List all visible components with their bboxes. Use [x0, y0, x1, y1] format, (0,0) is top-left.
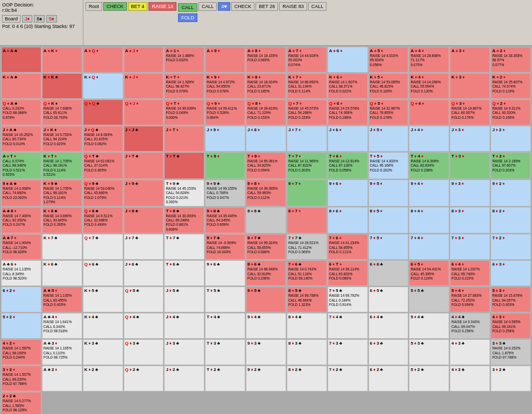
nav-root[interactable]: Root — [86, 2, 102, 11]
cell-j4x[interactable]: J♦4♦ — [409, 126, 449, 152]
cell-64x[interactable]: 6♦4♦ RAISE 14 1.037%CALL 99.740%FOLD 0.2… — [450, 260, 490, 286]
cell-t5x[interactable]: T♦5♦ RAISE 14 4.833%CALL 95.166%FOLD 0.2… — [368, 152, 409, 179]
cell-k6x[interactable]: K♦6♦ RAISE 14 1.607%CALL 98.371%FOLD 0.0… — [328, 73, 368, 99]
cell-87x[interactable]: 8♦7♦ — [287, 207, 327, 234]
cell-q5x[interactable]: Q♦5♦ RAISE 14 22.967%CALL 76.855%FOLD 0.… — [368, 99, 409, 125]
cell-38o[interactable]: 8♦3♣ — [287, 339, 327, 365]
cell-22[interactable]: 2♦2♣ RAISE 14 0.277%CALL 1.595%FOLD 98.1… — [1, 392, 41, 414]
cell-a5x[interactable]: A♠5♦ RAISE 14 4.010%95.934%0.056% — [368, 47, 409, 73]
cell-5jo[interactable]: J♦5♣ — [164, 287, 204, 312]
nav-raise14[interactable]: RAISE 14 — [148, 2, 176, 11]
cell-a4x[interactable]: A♠4♦ RAISE 14 28.808%71.117%0.075% — [409, 47, 449, 73]
cell-4qo[interactable]: Q♦4♣ — [124, 313, 164, 339]
cell-ktx[interactable]: K♦T♦ RAISE 14 1.528%CALL 98.427%FOLD 0.0… — [164, 73, 204, 99]
cell-aa[interactable]: A♠A♣ — [1, 47, 41, 73]
cell-7qo[interactable]: Q♦7♣ — [83, 234, 123, 260]
cell-3ao[interactable]: A♣3♦ RAISE 14 1.165%CALL 0.110%FOLD 98.7… — [42, 339, 82, 365]
cell-jko[interactable]: J♦K♦ RAISE 14 5.753%CALL 94.224%FOLD 0.0… — [42, 126, 82, 152]
cell-74x[interactable]: 7♦4♦ — [409, 234, 449, 260]
cell-79o[interactable]: 9♦7♣ RAISE 14 -0.909%CALL 74.868%FOLD 16… — [205, 234, 245, 260]
cell-6jo[interactable]: J♦6♣ — [124, 260, 164, 286]
cell-24o[interactable]: 4♦2♣ — [450, 366, 490, 391]
cell-6ao[interactable]: A♣6♦ RAISE 14 1.135%CALL 8.345%FOLD 98.5… — [1, 260, 41, 286]
cell-j6x[interactable]: J♦6♦ — [328, 126, 368, 152]
cell-a8x[interactable]: A♠8♦ RAISE 14 19.155%FOLD 0.083% — [246, 47, 286, 73]
cell-97x[interactable]: 9♦7♦ — [287, 180, 327, 206]
cell-49o[interactable]: 9♦4♣ — [246, 313, 286, 339]
cell-tqo[interactable]: Q♦T♣ RAISE 14 62.081%CALL 37.014%FOLD 0.… — [83, 152, 123, 179]
cell-53x[interactable]: 5♦3♦ RAISE 14 15.878%CALL 84.057%FOLD 0.… — [491, 287, 531, 312]
cell-98x[interactable]: 9♦8♦ RAISE 14 39.395%CALL 59.983%FOLD 0.… — [246, 180, 286, 206]
cell-k2x[interactable]: K♦2♦ RAISE 14 25.807%CALL 74.074%FOLD 0.… — [491, 73, 531, 99]
cell-58o[interactable]: 8♦5♣ RAISE 14 99.788%CALL 48.964%FOLD 1.… — [287, 287, 327, 312]
cell-j5x[interactable]: J♦5♦ — [368, 126, 409, 152]
cell-26o[interactable]: 6♦2♣ — [368, 366, 409, 391]
cell-65x[interactable]: 6♦5♦ RAISE 14 54.431%CALL 45.395%FOLD 0.… — [409, 260, 449, 286]
cell-9ao[interactable]: 9♠A♣ RAISE 14 2.008%CALL 74.880%FOLD 23.… — [1, 180, 41, 206]
cell-jj[interactable]: J♦J♣ — [124, 126, 164, 152]
cell-t8x[interactable]: T♦8♦ RAISE 14 65.081%CALL 34.825%FOLD 0.… — [246, 152, 286, 179]
cell-tao[interactable]: A♠T♦ CALL 0.574%CALL 98.348%FOLD 0.521%0… — [1, 152, 41, 179]
cell-48o[interactable]: 8♦4♣ — [287, 313, 327, 339]
cell-6ko[interactable]: K♦6♣ — [42, 260, 82, 286]
cell-37o[interactable]: 7♦3♣ — [328, 339, 368, 365]
cell-tjo[interactable]: J♦T♣ — [124, 152, 164, 179]
cell-q2x[interactable]: Q♦2♦ RAISE 14 9.311%CALL 90.520%FOLD 0.1… — [491, 99, 531, 125]
cell-75x[interactable]: 7♦5♦ — [368, 234, 409, 260]
cell-2to[interactable]: T♦2♣ — [205, 366, 245, 391]
cell-tko[interactable]: K♦T♦ RAISE 14 1.705%CALL 98.181%FOLD 0.1… — [42, 152, 82, 179]
cell-2ao[interactable]: A♣2♦ — [42, 366, 82, 391]
cell-66[interactable]: 6♦6♣ — [368, 260, 409, 286]
cell-a2x[interactable]: A♠2♦ RAISE 14 33.353%66.57%0.077% — [491, 47, 531, 73]
nav-raise83[interactable]: RAISE 83 — [279, 2, 307, 11]
nav-4h[interactable]: 4♥ — [218, 2, 230, 11]
cell-46o[interactable]: 6♦4♣ — [368, 313, 409, 339]
cell-qko[interactable]: Q♦K♦ RAISE 14 7.698%CALL 65.611%FOLD 26.… — [42, 99, 82, 125]
cell-jqo[interactable]: J♦Q♣ RAISE 14 8.093%CALL 91.825%FOLD 0.0… — [83, 126, 123, 152]
cell-82x[interactable]: 8♦2♦ — [491, 207, 531, 234]
cell-55[interactable]: 5♦5♣ — [409, 287, 449, 312]
board-button[interactable]: Board — [2, 15, 20, 23]
cell-42x[interactable]: 4♦2♦ RAISE 14 1.587%CALL 98.169%FOLD 0.2… — [1, 339, 41, 365]
cell-8to[interactable]: T♦8♣ RAISE 14 30.093%CALL 69.248%FOLD 0.… — [164, 207, 204, 234]
cell-25o[interactable]: 5♦2♣ — [409, 366, 449, 391]
cell-k5x[interactable]: K♦5♦ RAISE 14 53.085%CALL 46.815%FOLD 0.… — [368, 73, 409, 99]
cell-k8x[interactable]: K♦8♦ RAISE 14 18.024%CALL 23.871%FOLD 0.… — [246, 73, 286, 99]
cell-j9x[interactable]: J♦9♦ — [205, 126, 245, 152]
cell-t4x[interactable]: T♦4♦ RAISE 14 8.308%CALL 82.834%FOLD 0.2… — [409, 152, 449, 179]
cell-45o[interactable]: 5♦4♣ — [409, 313, 449, 339]
nav-call-sub[interactable]: CALL — [178, 3, 197, 12]
nav-call[interactable]: CALL — [198, 2, 217, 11]
cell-kqx[interactable]: K♦Q♦ — [83, 73, 123, 99]
cell-7jo[interactable]: J♦7♣ — [124, 234, 164, 260]
cell-92x[interactable]: 9♦2♦ — [491, 180, 531, 206]
cell-5ko[interactable]: K♦5♣ — [83, 287, 123, 312]
cell-qjx[interactable]: Q♦J♦ — [124, 99, 164, 125]
cell-t6x[interactable]: T♦6♦ RAISE 14 12.814%CALL 87.128%FOLD 0.… — [328, 152, 368, 179]
cell-q6x[interactable]: Q♦6♦ RAISE 14 25.578%CALL 74.369%FOLD 0.… — [328, 99, 368, 125]
cell-7ao[interactable]: A♣7♦ RAISE 14 1.904%CALL -12.710%FOLD 98… — [1, 234, 41, 260]
cell-54x[interactable]: 5♦4♦ RAISE 14 27.683%CALL 72.252%FOLD 0.… — [450, 287, 490, 312]
cell-3ko[interactable]: K♦3♣ — [83, 339, 123, 365]
cell-ajx[interactable]: A♠J♦ — [124, 47, 164, 73]
cell-5ao[interactable]: A♣5♦ RAISE 14 1.135%CALL 83.455%FOLD 0.4… — [42, 287, 82, 312]
cell-86x[interactable]: 8♦6♦ — [328, 207, 368, 234]
cell-qtx[interactable]: Q♦T♦ RAISE 14 99.039%FOLD 0.049%0.000% — [164, 99, 204, 125]
nav-check-1[interactable]: CHECK — [103, 2, 127, 11]
cell-3jo[interactable]: J♦3♣ — [164, 339, 204, 365]
cell-28o[interactable]: 8♦2♣ — [287, 366, 327, 391]
cell-8ko[interactable]: K♦8♣ RAISE 14 3.890%CALL 93.845%FOLD 0.2… — [42, 207, 82, 234]
cell-q8x[interactable]: Q♦8♦ RAISE 14 28.819%CALL 71.229%FOLD 0.… — [246, 99, 286, 125]
cell-77[interactable]: 7♦7♣ RAISE 14 28.521%CALL 71.412%FOLD 0.… — [287, 234, 327, 260]
cell-8jo[interactable]: J♦8♣ — [124, 207, 164, 234]
cell-j7x[interactable]: J♦7♦ — [287, 126, 327, 152]
cell-93x[interactable]: 9♦3♦ — [450, 180, 490, 206]
cell-j8x[interactable]: J♦8♦ — [246, 126, 286, 152]
cell-t9x[interactable]: T♦9♦ — [205, 152, 245, 179]
cell-67o[interactable]: 7♦6♣ RAISE 14 0.742%CALL 51.118%FOLD 68.… — [287, 260, 327, 286]
cell-56o[interactable]: 6♦5♣ — [368, 287, 409, 312]
cell-k4x[interactable]: K♦4♦ RAISE 14 14.288%CALL 55.594%FOLD 0.… — [409, 73, 449, 99]
cell-k9x[interactable]: K♦9♦ RAISE 14 4.972%CALL 94.950%FOLD 0.0… — [205, 73, 245, 99]
cell-36o[interactable]: 6♦3♣ — [368, 339, 409, 365]
cell-5qo[interactable]: Q♦5♣ — [124, 287, 164, 312]
